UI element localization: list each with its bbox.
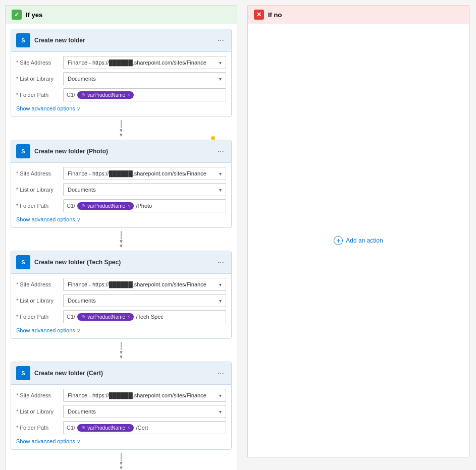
connector-arrow: ▼ xyxy=(11,229,232,251)
yes-branch-body: S Create new folder ··· * Site Address F… xyxy=(5,24,237,470)
site-address-row-2: * Site Address Finance - https://██████.… xyxy=(16,167,226,180)
action-header-2: S Create new folder (Photo) ··· xyxy=(11,140,231,163)
folder-path-input-1[interactable]: C1/ ⊕ varProductName × xyxy=(63,88,226,101)
site-address-row-1: * Site Address Finance - https://██████.… xyxy=(16,56,226,69)
folder-path-row-4: * Folder Path C1/ ⊕ varProductName × /Ce… xyxy=(16,421,226,434)
site-address-label-3: * Site Address xyxy=(16,281,59,287)
list-library-label-2: * List or Library xyxy=(16,187,59,193)
action-icon-1: S xyxy=(16,33,30,47)
site-address-input-1[interactable]: Finance - https://██████.sharepoint.com/… xyxy=(63,56,226,69)
site-address-label-4: * Site Address xyxy=(16,392,59,398)
show-advanced-2[interactable]: Show advanced options ∨ xyxy=(16,215,226,223)
list-library-input-1[interactable]: Documents ▾ xyxy=(63,72,226,85)
connector-arrow: ▼ xyxy=(11,118,232,140)
action-body-4: * Site Address Finance - https://██████.… xyxy=(11,385,231,449)
list-library-row-4: * List or Library Documents ▾ xyxy=(16,405,226,418)
no-branch-body: + Add an action xyxy=(247,24,469,457)
token-badge-1: ⊕ varProductName × xyxy=(77,91,134,99)
action-header-4: S Create new folder (Cert) ··· xyxy=(11,362,231,385)
action-menu-1[interactable]: ··· xyxy=(216,35,226,46)
action-icon-2: S xyxy=(16,144,30,158)
site-address-row-3: * Site Address Finance - https://██████.… xyxy=(16,278,226,291)
folder-path-input-3[interactable]: C1/ ⊕ varProductName × /Tech Spec xyxy=(63,310,226,323)
folder-path-row-1: * Folder Path C1/ ⊕ varProductName × xyxy=(16,88,226,101)
action-menu-2[interactable]: ··· xyxy=(216,146,226,157)
site-address-input-3[interactable]: Finance - https://██████.sharepoint.com/… xyxy=(63,278,226,291)
yes-branch-label: If yes xyxy=(26,11,42,19)
list-library-input-2[interactable]: Documents ▾ xyxy=(63,183,226,196)
action-icon-3: S xyxy=(16,255,30,269)
action-icon-4: S xyxy=(16,366,30,380)
site-address-label-2: * Site Address xyxy=(16,170,59,177)
add-icon: + xyxy=(334,236,343,245)
action-body-3: * Site Address Finance - https://██████.… xyxy=(11,274,231,338)
action-title-4: Create new folder (Cert) xyxy=(34,370,211,377)
no-icon: ✕ xyxy=(254,10,264,20)
folder-path-input-2[interactable]: C1/ ⊕ varProductName × /Photo xyxy=(63,199,226,212)
site-address-input-4[interactable]: Finance - https://██████.sharepoint.com/… xyxy=(63,389,226,402)
action-body-2: * Site Address Finance - https://██████.… xyxy=(11,163,231,227)
token-badge-4: ⊕ varProductName × xyxy=(77,424,134,432)
action-title-3: Create new folder (Tech Spec) xyxy=(34,259,211,266)
folder-path-label-4: * Folder Path xyxy=(16,425,59,431)
connector-arrow: ▼ xyxy=(11,451,232,470)
show-advanced-1[interactable]: Show advanced options ∨ xyxy=(16,104,226,112)
no-branch-label: If no xyxy=(268,11,282,19)
site-address-label-1: * Site Address xyxy=(16,60,59,66)
list-library-input-3[interactable]: Documents ▾ xyxy=(63,294,226,307)
list-library-input-4[interactable]: Documents ▾ xyxy=(63,405,226,418)
action-title-2: Create new folder (Photo) xyxy=(34,148,211,155)
action-title-1: Create new folder xyxy=(34,37,211,44)
action-header-3: S Create new folder (Tech Spec) ··· xyxy=(11,251,231,274)
list-library-row-2: * List or Library Documents ▾ xyxy=(16,183,226,196)
action-menu-3[interactable]: ··· xyxy=(216,257,226,268)
add-action-label: Add an action xyxy=(346,237,383,244)
add-action-button[interactable]: + Add an action xyxy=(328,232,389,249)
folder-path-label-1: * Folder Path xyxy=(16,92,59,98)
token-badge-2: ⊕ varProductName × xyxy=(77,202,134,210)
list-library-label-1: * List or Library xyxy=(16,76,59,82)
folder-path-row-3: * Folder Path C1/ ⊕ varProductName × /Te… xyxy=(16,310,226,323)
site-address-input-2[interactable]: Finance - https://██████.sharepoint.com/… xyxy=(63,167,226,180)
no-branch-header: ✕ If no xyxy=(247,5,469,24)
yes-branch-header: ✓ If yes xyxy=(5,5,237,24)
action-card-4: S Create new folder (Cert) ··· * Site Ad… xyxy=(11,362,232,450)
token-badge-3: ⊕ varProductName × xyxy=(77,313,134,321)
action-menu-4[interactable]: ··· xyxy=(216,368,226,379)
connector-arrow: ▼ xyxy=(11,340,232,362)
action-card-1: S Create new folder ··· * Site Address F… xyxy=(11,29,232,117)
list-library-row-1: * List or Library Documents ▾ xyxy=(16,72,226,85)
folder-path-label-2: * Folder Path xyxy=(16,203,59,209)
list-library-row-3: * List or Library Documents ▾ xyxy=(16,294,226,307)
site-address-row-4: * Site Address Finance - https://██████.… xyxy=(16,389,226,402)
show-advanced-4[interactable]: Show advanced options ∨ xyxy=(16,437,226,445)
folder-path-label-3: * Folder Path xyxy=(16,314,59,320)
action-body-1: * Site Address Finance - https://██████.… xyxy=(11,52,231,116)
yes-icon: ✓ xyxy=(12,10,22,20)
action-header-1: S Create new folder ··· xyxy=(11,29,231,52)
action-card-2: S Create new folder (Photo) ··· * Site A… xyxy=(11,140,232,228)
folder-path-input-4[interactable]: C1/ ⊕ varProductName × /Cert xyxy=(63,421,226,434)
list-library-label-3: * List or Library xyxy=(16,298,59,304)
folder-path-row-2: * Folder Path C1/ ⊕ varProductName × /Ph… xyxy=(16,199,226,212)
action-card-3: S Create new folder (Tech Spec) ··· * Si… xyxy=(11,251,232,339)
list-library-label-4: * List or Library xyxy=(16,408,59,415)
show-advanced-3[interactable]: Show advanced options ∨ xyxy=(16,326,226,334)
